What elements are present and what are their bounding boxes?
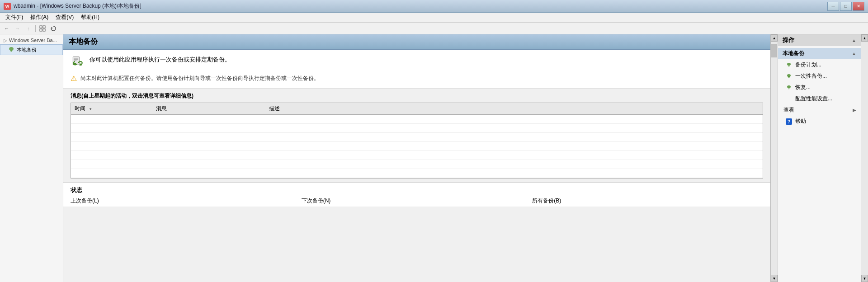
- close-button[interactable]: ✕: [853, 2, 864, 11]
- action-one-time-backup-label: 一次性备份...: [795, 72, 827, 80]
- action-help-label: 帮助: [795, 118, 806, 125]
- status-section: 状态 上次备份(L) 下次备份(N) 所有备份(B): [63, 182, 770, 207]
- svg-rect-2: [40, 29, 42, 31]
- show-hide-button[interactable]: [38, 24, 47, 33]
- status-next-backup: 下次备份(N): [302, 197, 533, 205]
- sidebar-header[interactable]: ▷ Windows Server Ba...: [0, 36, 63, 44]
- action-perf-settings[interactable]: 配置性能设置...: [778, 93, 861, 104]
- empty-row-6: [71, 160, 763, 169]
- scroll-up-arrow[interactable]: ▲: [771, 34, 778, 42]
- title-bar-text: wbadmin - [Windows Server Backup (本地)\本地…: [14, 2, 142, 10]
- svg-point-5: [9, 47, 14, 51]
- empty-row-1: [71, 115, 763, 124]
- toolbar: ← → ↑: [0, 23, 868, 34]
- menu-help[interactable]: 帮助(H): [77, 13, 103, 22]
- section-collapse-arrow[interactable]: ▲: [852, 51, 856, 56]
- status-last-backup-label: 上次备份(L): [71, 197, 99, 204]
- sidebar-item-local-backup[interactable]: 本地备份: [0, 44, 63, 55]
- messages-title: 消息(自上星期起的活动，双击消息可查看详细信息): [71, 92, 763, 100]
- content-header: 本地备份: [63, 34, 770, 50]
- content-scrollbar: ▲ ▼: [770, 34, 778, 282]
- restore-button[interactable]: □: [840, 2, 852, 11]
- sidebar-header-text: Windows Server Ba...: [9, 38, 57, 43]
- warning-row: ⚠ 尚未对此计算机配置任何备份。请使用备份计划向导或一次性备份向导执行定期备份或…: [71, 74, 763, 83]
- rp-scroll-container: 操作 ▲ 本地备份 ▲: [778, 34, 868, 282]
- refresh-button[interactable]: [48, 24, 58, 33]
- rp-content: 操作 ▲ 本地备份 ▲: [778, 34, 861, 282]
- right-panel-header-label: 操作: [783, 36, 794, 44]
- svg-rect-9: [74, 61, 76, 61]
- messages-table-wrapper: 时间 ▼ 消息 描述: [71, 103, 763, 179]
- perf-settings-icon: [785, 95, 793, 103]
- action-view[interactable]: 查看 ▶: [778, 104, 861, 116]
- status-title: 状态: [71, 186, 763, 194]
- title-bar: W wbadmin - [Windows Server Backup (本地)\…: [0, 0, 868, 13]
- content-scroll-thumb[interactable]: [771, 44, 777, 57]
- action-backup-schedule[interactable]: 备份计划...: [778, 59, 861, 70]
- backup-small-icon: [8, 46, 15, 53]
- svg-marker-4: [51, 27, 53, 29]
- backup-schedule-icon: [785, 61, 793, 69]
- right-panel: 操作 ▲ 本地备份 ▲: [778, 34, 868, 282]
- empty-row-3: [71, 133, 763, 142]
- svg-rect-7: [74, 58, 78, 58]
- action-help[interactable]: ? 帮助: [778, 116, 861, 127]
- status-last-backup: 上次备份(L): [71, 197, 302, 205]
- sidebar-item-local-backup-label: 本地备份: [17, 47, 37, 53]
- status-all-backups-label: 所有备份(B): [532, 197, 561, 204]
- up-button[interactable]: ↑: [24, 24, 33, 33]
- menu-view[interactable]: 查看(V): [52, 13, 77, 22]
- one-time-backup-icon: [785, 73, 793, 80]
- rp-scrollbar: ▲ ▼: [861, 34, 868, 282]
- backup-icon: [71, 55, 85, 70]
- right-panel-collapse-arrow[interactable]: ▲: [852, 38, 856, 43]
- rp-scroll-track: [861, 42, 868, 275]
- messages-section: 消息(自上星期起的活动，双击消息可查看详细信息) 时间 ▼ 消息: [63, 89, 770, 182]
- help-icon: ?: [785, 118, 793, 125]
- action-one-time-backup[interactable]: 一次性备份...: [778, 70, 861, 82]
- content-main: 本地备份: [63, 34, 770, 282]
- info-text: 你可以使用此应用程序执行一次备份或安排定期备份。: [90, 55, 231, 65]
- svg-text:?: ?: [788, 119, 790, 124]
- app-icon: W: [4, 3, 11, 10]
- content-scroll-container: 本地备份: [63, 34, 778, 282]
- status-all-backups: 所有备份(B): [532, 197, 763, 205]
- minimize-button[interactable]: ─: [827, 2, 839, 11]
- action-restore-label: 恢复...: [795, 84, 811, 91]
- toolbar-separator-1: [35, 25, 36, 32]
- content-header-title: 本地备份: [69, 38, 98, 45]
- rp-scroll-up[interactable]: ▲: [861, 34, 868, 42]
- view-expand-arrow: ▶: [853, 108, 856, 113]
- main-layout: ▷ Windows Server Ba... 本地备份 本地备份: [0, 34, 868, 282]
- empty-row-4: [71, 142, 763, 151]
- title-bar-controls: ─ □ ✕: [827, 2, 864, 11]
- menu-action[interactable]: 操作(A): [27, 13, 52, 22]
- svg-rect-8: [74, 59, 78, 60]
- warning-text: 尚未对此计算机配置任何备份。请使用备份计划向导或一次性备份向导执行定期备份或一次…: [80, 75, 319, 82]
- menu-file[interactable]: 文件(F): [2, 13, 27, 22]
- sidebar: ▷ Windows Server Ba... 本地备份: [0, 34, 63, 282]
- info-row-main: 你可以使用此应用程序执行一次备份或安排定期备份。: [71, 55, 763, 70]
- col-description[interactable]: 描述: [265, 103, 763, 115]
- empty-row-2: [71, 124, 763, 133]
- warning-icon: ⚠: [71, 74, 77, 83]
- sort-icon-time: ▼: [89, 107, 92, 111]
- scroll-down-arrow[interactable]: ▼: [771, 275, 778, 282]
- action-view-label: 查看: [783, 106, 794, 114]
- right-panel-header: 操作 ▲: [778, 34, 861, 46]
- action-restore[interactable]: 恢复...: [778, 82, 861, 93]
- status-row: 上次备份(L) 下次备份(N) 所有备份(B): [71, 197, 763, 205]
- right-panel-section: 本地备份 ▲ 备份计划...: [778, 46, 861, 129]
- rp-scroll-down[interactable]: ▼: [861, 275, 868, 282]
- status-next-backup-label: 下次备份(N): [302, 197, 331, 204]
- svg-rect-3: [43, 29, 45, 31]
- action-backup-schedule-label: 备份计划...: [795, 61, 821, 69]
- empty-row-5: [71, 151, 763, 160]
- back-button[interactable]: ←: [2, 24, 12, 33]
- content-scroll-track: [771, 42, 778, 275]
- forward-button[interactable]: →: [13, 24, 23, 33]
- empty-row-7: [71, 169, 763, 178]
- menu-bar: 文件(F) 操作(A) 查看(V) 帮助(H): [0, 13, 868, 23]
- col-time[interactable]: 时间 ▼: [71, 103, 152, 115]
- col-message[interactable]: 消息: [152, 103, 265, 115]
